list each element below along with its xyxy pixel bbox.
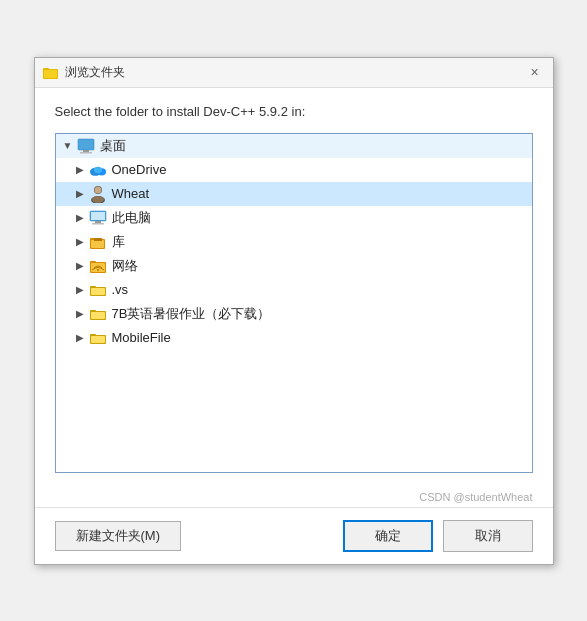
footer-right-buttons: 确定 取消 [343,520,533,552]
tree-item-label-onedrive: OneDrive [112,162,167,177]
onedrive-icon [88,161,108,179]
tree-item-english[interactable]: 7B英语暑假作业（必下载） [56,302,532,326]
dialog-body: Select the folder to install Dev-C++ 5.9… [35,88,553,489]
svg-rect-30 [91,312,105,319]
svg-rect-14 [95,221,101,223]
browse-folder-dialog: 浏览文件夹 × Select the folder to install Dev… [34,57,554,565]
desktop-icon [76,137,96,155]
user-icon [88,185,108,203]
tree-item-lib[interactable]: 库 [56,230,532,254]
tree-item-onedrive[interactable]: OneDrive [56,158,532,182]
tree-item-label-desktop: 桌面 [100,137,126,155]
chevron-vs [72,282,88,298]
svg-point-11 [94,186,101,193]
svg-rect-15 [92,223,104,225]
tree-item-label-mobilefile: MobileFile [112,330,171,345]
svg-rect-33 [91,336,105,343]
svg-rect-16 [91,212,105,220]
watermark: CSDN @studentWheat [35,489,553,507]
tree-item-label-network: 网络 [112,257,138,275]
tree-item-thispc[interactable]: 此电脑 [56,206,532,230]
network-icon [88,257,108,275]
svg-rect-4 [83,150,89,152]
svg-rect-27 [91,288,105,295]
dialog-footer: 新建文件夹(M) 确定 取消 [35,507,553,564]
new-folder-button[interactable]: 新建文件夹(M) [55,521,182,551]
svg-rect-19 [91,240,104,248]
chevron-english [72,306,88,322]
svg-rect-3 [78,139,94,150]
pc-icon [88,209,108,227]
dialog-title: 浏览文件夹 [65,64,125,81]
svg-point-8 [93,166,101,172]
svg-point-12 [92,196,104,203]
vs-folder-icon [88,281,108,299]
chevron-lib [72,234,88,250]
title-bar: 浏览文件夹 × [35,58,553,88]
chevron-network [72,258,88,274]
ok-button[interactable]: 确定 [343,520,433,552]
close-button[interactable]: × [525,62,545,82]
subtitle-text: Select the folder to install Dev-C++ 5.9… [55,104,533,119]
chevron-mobilefile [72,330,88,346]
mobilefile-folder-icon [88,329,108,347]
tree-item-mobilefile[interactable]: MobileFile [56,326,532,350]
svg-point-24 [97,269,99,271]
folder-tree[interactable]: 桌面 OneDrive [55,133,533,473]
cancel-button[interactable]: 取消 [443,520,533,552]
svg-rect-20 [94,238,102,241]
lib-icon [88,233,108,251]
chevron-desktop [60,138,76,154]
tree-item-label-lib: 库 [112,233,125,251]
svg-rect-2 [44,70,57,78]
tree-item-label-wheat: Wheat [112,186,150,201]
english-folder-icon [88,305,108,323]
dialog-title-icon [43,64,59,80]
tree-item-network[interactable]: 网络 [56,254,532,278]
chevron-thispc [72,210,88,226]
chevron-onedrive [72,162,88,178]
tree-item-label-english: 7B英语暑假作业（必下载） [112,305,271,323]
chevron-wheat [72,186,88,202]
svg-rect-5 [80,152,92,154]
title-bar-left: 浏览文件夹 [43,64,125,81]
tree-item-wheat[interactable]: Wheat [56,182,532,206]
tree-item-desktop[interactable]: 桌面 [56,134,532,158]
tree-item-label-vs: .vs [112,282,129,297]
tree-item-vs[interactable]: .vs [56,278,532,302]
tree-item-label-thispc: 此电脑 [112,209,151,227]
